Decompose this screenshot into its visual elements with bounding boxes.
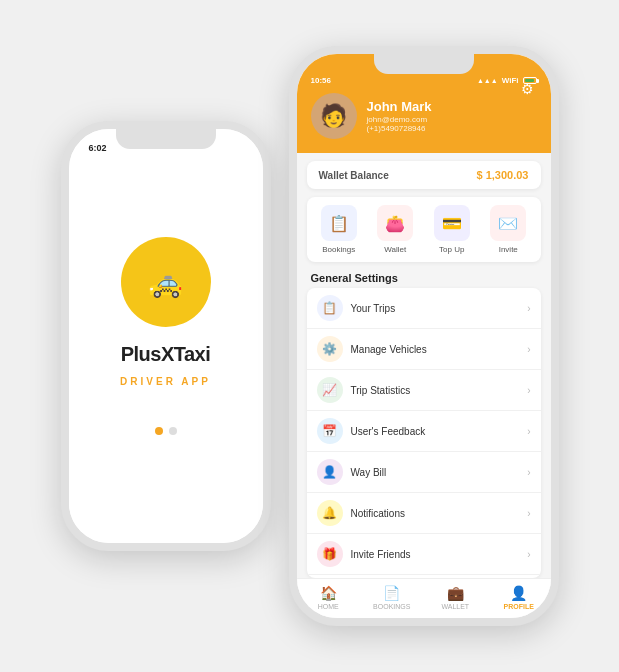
way-bill-label: Way Bill	[351, 467, 520, 478]
avatar: 🧑	[311, 93, 357, 139]
chevron-right-icon-6: ›	[527, 508, 530, 519]
app-header: 10:56 ▲▲▲ WiFi ⚙ 🧑 John Mark john@demo.c…	[297, 54, 551, 153]
nav-wallet[interactable]: 💼 WALLET	[424, 585, 488, 610]
profile-email: john@demo.com	[367, 115, 432, 124]
nav-bookings[interactable]: 📄 BOOKINGS	[360, 585, 424, 610]
trip-statistics-label: Trip Statistics	[351, 385, 520, 396]
dot-2	[169, 427, 177, 435]
menu-item-your-trips[interactable]: 📋 Your Trips ›	[307, 288, 541, 329]
invite-friends-label: Invite Friends	[351, 549, 520, 560]
profile-info: John Mark john@demo.com (+1)5490728946	[367, 99, 432, 133]
app-sub: DRIVER APP	[120, 376, 211, 387]
topup-label: Top Up	[439, 245, 464, 254]
users-feedback-icon: 📅	[317, 418, 343, 444]
menu-item-invite-friends[interactable]: 🎁 Invite Friends ›	[307, 534, 541, 575]
bottom-nav: 🏠 HOME 📄 BOOKINGS 💼 WALLET 👤 PROFILE	[297, 578, 551, 618]
notifications-label: Notifications	[351, 508, 520, 519]
trip-statistics-icon: 📈	[317, 377, 343, 403]
chevron-right-icon-4: ›	[527, 426, 530, 437]
right-phone: 10:56 ▲▲▲ WiFi ⚙ 🧑 John Mark john@demo.c…	[289, 46, 559, 626]
left-phone: 6:02 🚕 PlusXTaxi DRIVER APP	[61, 121, 271, 551]
menu-item-way-bill[interactable]: 👤 Way Bill ›	[307, 452, 541, 493]
menu-item-notifications[interactable]: 🔔 Notifications ›	[307, 493, 541, 534]
general-settings-title: General Settings	[297, 268, 551, 288]
invite-icon: ✉️	[490, 205, 526, 241]
wallet-action-label: Wallet	[384, 245, 406, 254]
menu-item-trip-statistics[interactable]: 📈 Trip Statistics ›	[307, 370, 541, 411]
bookings-nav-icon: 📄	[383, 585, 400, 601]
wallet-nav-icon: 💼	[447, 585, 464, 601]
your-trips-label: Your Trips	[351, 303, 520, 314]
carousel-dots	[155, 427, 177, 435]
status-time-right: 10:56	[311, 76, 331, 85]
bookings-nav-label: BOOKINGS	[373, 603, 410, 610]
wallet-card: Wallet Balance $ 1,300.03	[307, 161, 541, 189]
wallet-label: Wallet Balance	[319, 170, 389, 181]
status-bar: 10:56 ▲▲▲ WiFi	[311, 76, 537, 85]
notifications-icon: 🔔	[317, 500, 343, 526]
status-time-left: 6:02	[89, 143, 107, 153]
chevron-right-icon-7: ›	[527, 549, 530, 560]
invite-friends-icon: 🎁	[317, 541, 343, 567]
invite-label: Invite	[499, 245, 518, 254]
app-logo: 🚕	[121, 237, 211, 327]
quick-actions: 📋 Bookings 👛 Wallet 💳 Top Up ✉️ Invite	[307, 197, 541, 262]
chevron-right-icon-3: ›	[527, 385, 530, 396]
signal-icon: ▲▲▲	[477, 77, 498, 84]
menu-item-manage-vehicles[interactable]: ⚙️ Manage Vehicles ›	[307, 329, 541, 370]
profile-name: John Mark	[367, 99, 432, 114]
profile-nav-label: PROFILE	[504, 603, 534, 610]
action-topup[interactable]: 💳 Top Up	[434, 205, 470, 254]
wallet-nav-label: WALLET	[441, 603, 469, 610]
way-bill-icon: 👤	[317, 459, 343, 485]
chevron-right-icon-2: ›	[527, 344, 530, 355]
topup-icon: 💳	[434, 205, 470, 241]
home-nav-icon: 🏠	[320, 585, 337, 601]
action-bookings[interactable]: 📋 Bookings	[321, 205, 357, 254]
home-nav-label: HOME	[318, 603, 339, 610]
wallet-amount: $ 1,300.03	[477, 169, 529, 181]
app-name: PlusXTaxi	[121, 343, 211, 366]
manage-vehicles-label: Manage Vehicles	[351, 344, 520, 355]
action-invite[interactable]: ✉️ Invite	[490, 205, 526, 254]
menu-item-users-feedback[interactable]: 📅 User's Feedback ›	[307, 411, 541, 452]
dot-1	[155, 427, 163, 435]
nav-home[interactable]: 🏠 HOME	[297, 585, 361, 610]
nav-profile[interactable]: 👤 PROFILE	[487, 585, 551, 610]
menu-list: 📋 Your Trips › ⚙️ Manage Vehicles › 📈 Tr…	[307, 288, 541, 578]
wallet-icon: 👛	[377, 205, 413, 241]
bookings-label: Bookings	[322, 245, 355, 254]
your-trips-icon: 📋	[317, 295, 343, 321]
action-wallet[interactable]: 👛 Wallet	[377, 205, 413, 254]
bookings-icon: 📋	[321, 205, 357, 241]
users-feedback-label: User's Feedback	[351, 426, 520, 437]
profile-phone: (+1)5490728946	[367, 124, 432, 133]
settings-gear-button[interactable]: ⚙	[517, 78, 539, 100]
chevron-right-icon: ›	[527, 303, 530, 314]
chevron-right-icon-5: ›	[527, 467, 530, 478]
profile-nav-icon: 👤	[510, 585, 527, 601]
profile-row: 🧑 John Mark john@demo.com (+1)5490728946	[311, 93, 537, 139]
manage-vehicles-icon: ⚙️	[317, 336, 343, 362]
